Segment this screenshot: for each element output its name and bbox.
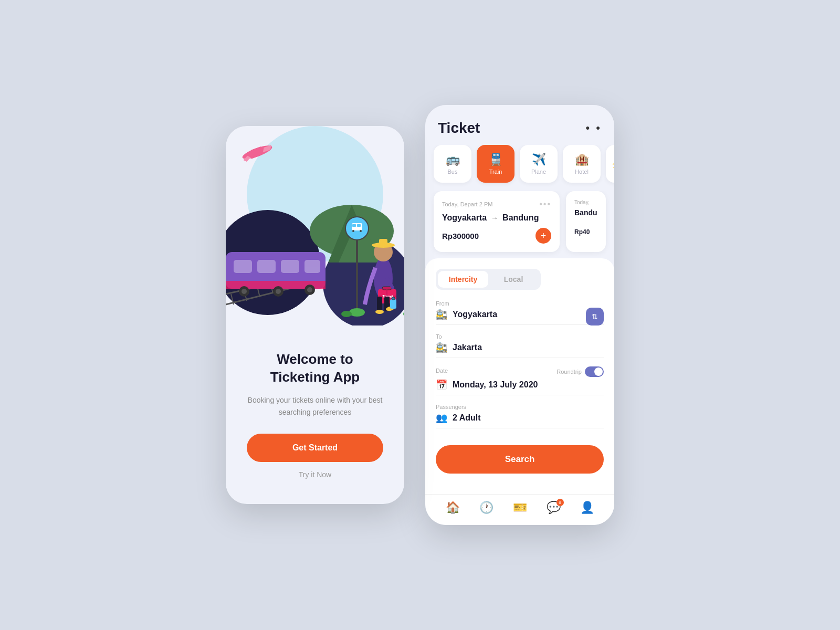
date-field: Date Roundtrip 📅 Monday, 13 July 2020 [436,366,604,395]
passengers-value[interactable]: 2 Adult [453,413,604,423]
svg-point-55 [403,310,404,318]
svg-point-53 [349,308,365,317]
svg-point-35 [352,230,354,232]
svg-rect-40 [379,239,387,246]
bottom-nav: 🏠 🕐 🎫 💬 6 👤 [425,494,614,525]
try-now-button[interactable]: Try it Now [299,470,331,479]
date-value[interactable]: Monday, 13 July 2020 [453,380,604,390]
more-icon: ⚡ [611,160,615,168]
roundtrip-toggle[interactable] [585,366,604,377]
card-date-1: Today, Depart 2 PM [442,201,492,207]
card-price-1: Rp300000 [442,232,479,240]
cat-tab-hotel[interactable]: 🏨 Hotel [563,145,601,183]
search-section: Intercity Local From 🚉 Yogyakarta ⇅ To 🚉… [425,258,614,494]
nav-history[interactable]: 🕐 [479,501,494,514]
welcome-screen: Travel Welcome to Ticketing App Boo [226,126,404,504]
welcome-title: Welcome to Ticketing App [270,351,360,386]
to-value[interactable]: Jakarta [453,343,604,352]
recent-ticket-card-2: Today, Bandu Rp40 [566,191,606,252]
svg-rect-18 [304,260,320,273]
to-label: To [436,333,604,340]
search-button[interactable]: Search [436,445,604,474]
from-row: 🚉 Yogyakarta ⇅ [436,309,604,325]
from-field: From 🚉 Yogyakarta ⇅ [436,300,604,325]
svg-point-25 [307,287,312,292]
card-bottom-1: Rp300000 + [442,228,551,244]
cat-label-train: Train [489,169,502,175]
card-top-1: Today, Depart 2 PM ••• [442,200,551,209]
get-started-button[interactable]: Get Started [247,434,383,462]
cat-label-hotel: Hotel [575,169,589,175]
svg-point-54 [341,311,352,317]
card-date-2: Today, [574,200,597,205]
svg-point-48 [375,310,384,314]
cat-tab-plane[interactable]: ✈️ Plane [520,145,558,183]
train-icon: 🚆 [489,153,503,166]
welcome-illustration: Travel [226,126,404,326]
svg-point-23 [276,289,281,294]
ticket-screen: Ticket • • 🚌 Bus 🚆 Train ✈️ Plane 🏨 Hote… [425,105,614,525]
svg-point-36 [360,230,362,232]
from-value[interactable]: Yogyakarta [453,310,604,319]
card-to-1: Bandung [502,213,539,223]
svg-point-21 [242,289,247,294]
category-tabs: 🚌 Bus 🚆 Train ✈️ Plane 🏨 Hotel ⚡ [425,145,614,191]
train-station-icon-to: 🚉 [436,342,447,353]
card-route-1: Yogyakarta → Bandung [442,213,551,223]
card-menu-1[interactable]: ••• [539,200,551,209]
cat-tab-bus[interactable]: 🚌 Bus [434,145,471,183]
recent-ticket-card-1: Today, Depart 2 PM ••• Yogyakarta → Band… [434,191,560,252]
cat-tab-train[interactable]: 🚆 Train [477,145,514,183]
history-icon: 🕐 [479,501,494,514]
recent-tickets: Today, Depart 2 PM ••• Yogyakarta → Band… [425,191,614,258]
cat-label-plane: Plane [531,169,546,175]
svg-rect-15 [234,260,252,273]
ticket-header: Ticket • • [425,105,614,145]
profile-icon: 👤 [580,501,594,514]
roundtrip-label: Roundtrip [556,369,582,375]
card-price-2: Rp40 [574,228,597,236]
svg-rect-17 [281,260,299,273]
header-menu-dots[interactable]: • • [585,121,602,135]
nav-profile[interactable]: 👤 [580,501,594,514]
chat-badge: 6 [556,499,564,506]
tab-intercity[interactable]: Intercity [438,271,488,288]
calendar-icon: 📅 [436,379,447,391]
screens-container: Travel Welcome to Ticketing App Boo [226,105,614,525]
date-label: Date [436,368,448,374]
svg-rect-46 [377,297,382,311]
card-from-1: Yogyakarta [442,213,487,223]
cat-label-bus: Bus [448,169,458,175]
welcome-content: Welcome to Ticketing App Booking your ti… [226,326,404,504]
passengers-icon: 👥 [436,412,447,424]
passengers-row: 👥 2 Adult [436,412,604,428]
nav-home[interactable]: 🏠 [446,501,460,514]
svg-rect-50 [390,299,396,309]
svg-rect-34 [357,224,361,227]
from-label: From [436,300,604,307]
trip-type-tabs: Intercity Local [436,269,541,290]
card-add-button-1[interactable]: + [536,228,551,244]
cat-tab-more: ⚡ [606,145,614,183]
nav-chat[interactable]: 💬 6 [547,501,561,514]
passengers-field: Passengers 👥 2 Adult [436,404,604,428]
plane-icon: ✈️ [532,153,546,166]
bus-icon: 🚌 [446,153,460,166]
hotel-icon: 🏨 [575,153,589,166]
swap-button[interactable]: ⇅ [586,308,604,326]
tab-local[interactable]: Local [488,271,539,288]
to-field: To 🚉 Jakarta [436,333,604,358]
nav-ticket[interactable]: 🎫 [513,501,527,514]
home-icon: 🏠 [446,501,460,514]
ticket-icon: 🎫 [513,501,527,514]
to-row: 🚉 Jakarta [436,342,604,358]
passengers-label: Passengers [436,404,604,410]
welcome-subtitle: Booking your tickets online with your be… [242,394,388,418]
card-city-2: Bandu [574,208,597,217]
date-row: 📅 Monday, 13 July 2020 [436,379,604,395]
arrow-icon-1: → [491,214,498,222]
ticket-screen-title: Ticket [438,120,480,136]
train-station-icon-from: 🚉 [436,309,447,320]
svg-rect-33 [352,224,356,227]
svg-rect-16 [257,260,276,273]
